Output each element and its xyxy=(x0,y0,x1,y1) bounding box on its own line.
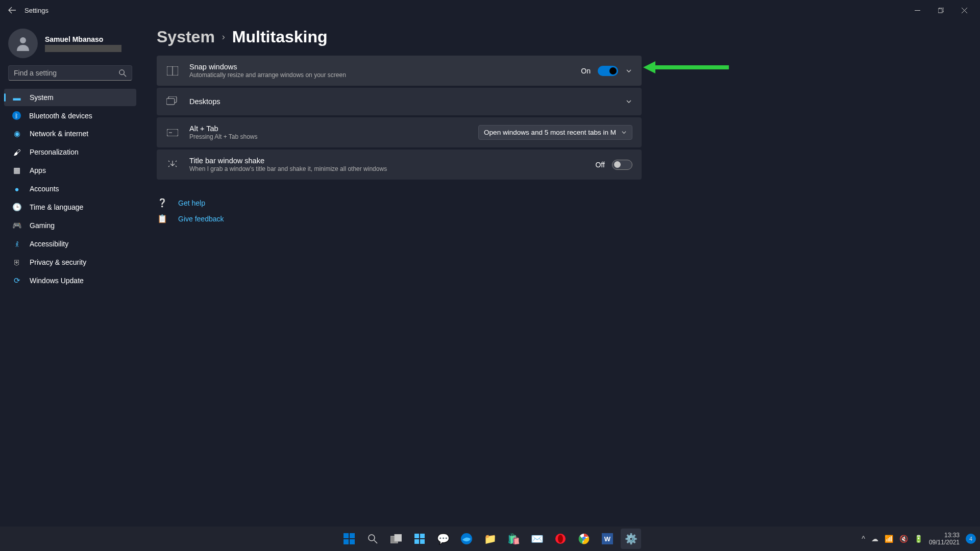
maximize-button[interactable] xyxy=(929,2,952,18)
main-content: System › Multitasking Snap windows Autom… xyxy=(140,20,980,527)
sidebar-item-label: Bluetooth & devices xyxy=(29,112,92,120)
sidebar-item-update[interactable]: ⟳Windows Update xyxy=(4,272,136,289)
svg-text:W: W xyxy=(604,535,611,543)
sidebar-item-apps[interactable]: ▦Apps xyxy=(4,162,136,179)
sidebar-item-time[interactable]: 🕒Time & language xyxy=(4,198,136,216)
tray-overflow-icon[interactable]: ^ xyxy=(862,535,865,543)
taskbar-store[interactable]: 🛍️ xyxy=(503,529,524,549)
sidebar-item-network[interactable]: ◉Network & internet xyxy=(4,125,136,142)
close-button[interactable] xyxy=(952,2,976,18)
window-controls xyxy=(905,2,976,18)
page-title: Multitasking xyxy=(232,28,328,46)
setting-title: Desktops xyxy=(189,97,615,106)
search-icon xyxy=(119,69,127,77)
gamepad-icon: 🎮 xyxy=(12,221,21,230)
taskbar-opera[interactable] xyxy=(550,529,571,549)
arrow-left-icon xyxy=(8,6,16,14)
person-icon xyxy=(14,34,32,53)
breadcrumb-parent[interactable]: System xyxy=(157,28,215,46)
dropdown-selected: Open windows and 5 most recent tabs in M xyxy=(484,129,616,136)
taskbar-settings[interactable]: ⚙️ xyxy=(621,529,641,549)
notification-badge[interactable]: 4 xyxy=(966,534,976,544)
chevron-down-icon[interactable] xyxy=(625,67,632,74)
sidebar-item-personalization[interactable]: 🖌Personalization xyxy=(4,143,136,161)
sidebar-item-label: Accessibility xyxy=(30,240,68,248)
setting-subtitle: When I grab a window's title bar and sha… xyxy=(189,165,585,172)
taskbar-chat[interactable]: 💬 xyxy=(433,529,453,549)
setting-title-bar-shake[interactable]: Title bar window shake When I grab a win… xyxy=(157,149,642,180)
back-button[interactable] xyxy=(4,2,20,18)
avatar xyxy=(8,29,38,58)
setting-title: Snap windows xyxy=(189,63,571,71)
clock-date: 09/11/2021 xyxy=(929,539,960,546)
onedrive-icon[interactable]: ☁ xyxy=(871,535,878,543)
svg-rect-19 xyxy=(420,539,425,544)
svg-rect-7 xyxy=(167,129,178,136)
get-help-link[interactable]: ❔ Get help xyxy=(157,195,960,211)
chevron-down-icon[interactable] xyxy=(625,98,632,105)
svg-rect-11 xyxy=(344,539,349,544)
help-link-label: Give feedback xyxy=(178,215,224,223)
shake-toggle[interactable] xyxy=(612,160,632,170)
svg-rect-12 xyxy=(350,539,355,544)
clock-time: 13:33 xyxy=(944,532,960,539)
taskbar-clock[interactable]: 13:33 09/11/2021 xyxy=(929,532,960,546)
sidebar-item-label: System xyxy=(30,93,54,102)
svg-rect-18 xyxy=(414,539,419,544)
sidebar-item-label: Privacy & security xyxy=(30,258,86,266)
svg-rect-0 xyxy=(938,9,942,13)
svg-point-13 xyxy=(369,535,375,541)
svg-rect-15 xyxy=(395,534,402,541)
setting-snap-windows[interactable]: Snap windows Automatically resize and ar… xyxy=(157,56,642,86)
setting-subtitle: Pressing Alt + Tab shows xyxy=(189,133,468,140)
taskbar-word[interactable]: W xyxy=(597,529,618,549)
sidebar-item-accessibility[interactable]: 𐀪Accessibility xyxy=(4,235,136,253)
taskbar-search[interactable] xyxy=(362,529,383,549)
svg-rect-16 xyxy=(414,534,419,538)
setting-alt-tab[interactable]: Alt + Tab Pressing Alt + Tab shows Open … xyxy=(157,117,642,147)
sidebar-item-label: Windows Update xyxy=(30,277,84,285)
snap-toggle[interactable] xyxy=(598,66,618,76)
taskbar-chrome[interactable] xyxy=(574,529,594,549)
taskbar-taskview[interactable] xyxy=(386,529,406,549)
brush-icon: 🖌 xyxy=(12,147,21,157)
accessibility-icon: 𐀪 xyxy=(12,239,21,248)
help-link-label: Get help xyxy=(178,199,205,207)
svg-rect-17 xyxy=(420,534,425,538)
svg-rect-6 xyxy=(166,98,175,105)
shake-icon xyxy=(166,158,179,171)
search-box[interactable] xyxy=(8,65,132,81)
setting-desktops[interactable]: Desktops xyxy=(157,88,642,115)
nav: ▬System ᛒBluetooth & devices ◉Network & … xyxy=(0,85,140,294)
sidebar-item-label: Gaming xyxy=(30,221,55,230)
sidebar-item-gaming[interactable]: 🎮Gaming xyxy=(4,217,136,234)
volume-muted-icon[interactable]: 🔇 xyxy=(899,535,908,543)
battery-icon[interactable]: 🔋 xyxy=(914,535,923,543)
alttab-icon xyxy=(166,126,179,139)
display-icon: ▬ xyxy=(12,93,21,102)
sidebar-item-bluetooth[interactable]: ᛒBluetooth & devices xyxy=(4,107,136,124)
search-input[interactable] xyxy=(14,69,119,77)
shield-icon: ⛨ xyxy=(12,258,21,267)
wifi-tray-icon[interactable]: 📶 xyxy=(885,535,893,543)
sidebar-item-system[interactable]: ▬System xyxy=(4,89,136,106)
svg-point-1 xyxy=(20,37,26,43)
alttab-dropdown[interactable]: Open windows and 5 most recent tabs in M xyxy=(478,125,632,140)
sidebar-item-privacy[interactable]: ⛨Privacy & security xyxy=(4,254,136,271)
taskbar-mail[interactable]: ✉️ xyxy=(527,529,547,549)
taskbar-widgets[interactable] xyxy=(409,529,430,549)
toggle-state-label: On xyxy=(581,67,591,75)
start-button[interactable] xyxy=(339,529,359,549)
minimize-button[interactable] xyxy=(905,2,929,18)
profile-section[interactable]: Samuel Mbanaso xyxy=(0,23,140,65)
wifi-icon: ◉ xyxy=(12,129,21,138)
profile-email-redacted xyxy=(45,45,121,52)
taskbar-explorer[interactable]: 📁 xyxy=(480,529,500,549)
sidebar-item-label: Apps xyxy=(30,166,46,174)
sidebar: Samuel Mbanaso ▬System ᛒBluetooth & devi… xyxy=(0,20,140,527)
svg-rect-10 xyxy=(350,533,355,538)
setting-subtitle: Automatically resize and arrange windows… xyxy=(189,71,571,79)
taskbar-edge[interactable] xyxy=(456,529,477,549)
sidebar-item-accounts[interactable]: ●Accounts xyxy=(4,180,136,197)
give-feedback-link[interactable]: 📋 Give feedback xyxy=(157,211,960,227)
